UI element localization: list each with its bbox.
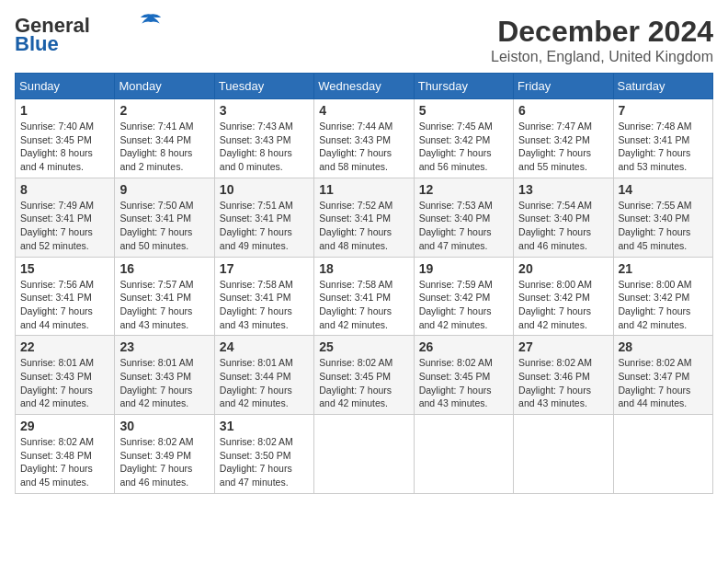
day-info: Sunrise: 7:56 AM Sunset: 3:41 PM Dayligh… bbox=[20, 278, 109, 332]
day-number: 17 bbox=[220, 261, 309, 276]
day-number: 21 bbox=[619, 261, 708, 276]
day-info: Sunrise: 7:55 AM Sunset: 3:40 PM Dayligh… bbox=[619, 199, 708, 253]
day-number: 3 bbox=[220, 103, 309, 118]
weekday-header-row: SundayMondayTuesdayWednesdayThursdayFrid… bbox=[16, 74, 713, 99]
day-number: 29 bbox=[20, 419, 109, 433]
day-number: 19 bbox=[419, 261, 508, 276]
day-number: 16 bbox=[119, 261, 209, 276]
calendar-cell: 24 Sunrise: 8:01 AM Sunset: 3:44 PM Dayl… bbox=[214, 336, 313, 415]
calendar-cell: 9 Sunrise: 7:50 AM Sunset: 3:41 PM Dayli… bbox=[115, 178, 214, 257]
calendar-week-5: 29 Sunrise: 8:02 AM Sunset: 3:48 PM Dayl… bbox=[16, 415, 713, 494]
day-number: 2 bbox=[119, 103, 209, 118]
weekday-header-thursday: Thursday bbox=[414, 74, 513, 99]
day-info: Sunrise: 7:53 AM Sunset: 3:40 PM Dayligh… bbox=[419, 199, 508, 253]
calendar-cell: 21 Sunrise: 8:00 AM Sunset: 3:42 PM Dayl… bbox=[613, 257, 712, 336]
day-number: 13 bbox=[518, 182, 608, 197]
title-section: December 2024 Leiston, England, United K… bbox=[491, 15, 713, 65]
calendar-week-3: 15 Sunrise: 7:56 AM Sunset: 3:41 PM Dayl… bbox=[16, 257, 713, 336]
calendar-week-2: 8 Sunrise: 7:49 AM Sunset: 3:41 PM Dayli… bbox=[16, 178, 713, 257]
day-info: Sunrise: 8:00 AM Sunset: 3:42 PM Dayligh… bbox=[518, 278, 608, 332]
calendar-cell: 19 Sunrise: 7:59 AM Sunset: 3:42 PM Dayl… bbox=[414, 257, 513, 336]
day-info: Sunrise: 7:47 AM Sunset: 3:42 PM Dayligh… bbox=[518, 120, 608, 174]
calendar-cell: 22 Sunrise: 8:01 AM Sunset: 3:43 PM Dayl… bbox=[16, 336, 115, 415]
day-number: 22 bbox=[20, 339, 109, 354]
calendar-cell: 25 Sunrise: 8:02 AM Sunset: 3:45 PM Dayl… bbox=[314, 336, 414, 415]
calendar-cell: 13 Sunrise: 7:54 AM Sunset: 3:40 PM Dayl… bbox=[514, 178, 613, 257]
day-info: Sunrise: 7:52 AM Sunset: 3:41 PM Dayligh… bbox=[319, 199, 408, 253]
day-number: 28 bbox=[619, 339, 708, 354]
logo-bird-icon bbox=[138, 13, 164, 31]
calendar-cell: 3 Sunrise: 7:43 AM Sunset: 3:43 PM Dayli… bbox=[214, 99, 313, 178]
weekday-header-wednesday: Wednesday bbox=[314, 74, 414, 99]
day-number: 24 bbox=[220, 339, 309, 354]
calendar-cell bbox=[314, 415, 414, 494]
calendar-cell: 11 Sunrise: 7:52 AM Sunset: 3:41 PM Dayl… bbox=[314, 178, 414, 257]
calendar-cell: 20 Sunrise: 8:00 AM Sunset: 3:42 PM Dayl… bbox=[514, 257, 613, 336]
calendar-cell: 4 Sunrise: 7:44 AM Sunset: 3:43 PM Dayli… bbox=[314, 99, 414, 178]
calendar-cell: 8 Sunrise: 7:49 AM Sunset: 3:41 PM Dayli… bbox=[16, 178, 115, 257]
calendar-cell bbox=[414, 415, 513, 494]
calendar-cell: 2 Sunrise: 7:41 AM Sunset: 3:44 PM Dayli… bbox=[115, 99, 214, 178]
calendar-cell: 1 Sunrise: 7:40 AM Sunset: 3:45 PM Dayli… bbox=[16, 99, 115, 178]
calendar-cell: 29 Sunrise: 8:02 AM Sunset: 3:48 PM Dayl… bbox=[16, 415, 115, 494]
day-info: Sunrise: 7:49 AM Sunset: 3:41 PM Dayligh… bbox=[20, 199, 109, 253]
calendar-cell: 6 Sunrise: 7:47 AM Sunset: 3:42 PM Dayli… bbox=[514, 99, 613, 178]
day-number: 23 bbox=[119, 339, 209, 354]
calendar-cell: 14 Sunrise: 7:55 AM Sunset: 3:40 PM Dayl… bbox=[613, 178, 712, 257]
weekday-header-saturday: Saturday bbox=[613, 74, 712, 99]
day-info: Sunrise: 7:59 AM Sunset: 3:42 PM Dayligh… bbox=[419, 278, 508, 332]
day-info: Sunrise: 8:01 AM Sunset: 3:43 PM Dayligh… bbox=[20, 356, 109, 410]
day-number: 1 bbox=[20, 103, 109, 118]
day-info: Sunrise: 8:02 AM Sunset: 3:49 PM Dayligh… bbox=[119, 435, 209, 489]
day-info: Sunrise: 7:50 AM Sunset: 3:41 PM Dayligh… bbox=[119, 199, 209, 253]
location-text: Leiston, England, United Kingdom bbox=[491, 49, 713, 65]
calendar-cell: 23 Sunrise: 8:01 AM Sunset: 3:43 PM Dayl… bbox=[115, 336, 214, 415]
calendar-cell: 10 Sunrise: 7:51 AM Sunset: 3:41 PM Dayl… bbox=[214, 178, 313, 257]
day-number: 8 bbox=[20, 182, 109, 197]
day-number: 6 bbox=[518, 103, 608, 118]
day-info: Sunrise: 8:02 AM Sunset: 3:46 PM Dayligh… bbox=[518, 356, 608, 410]
day-info: Sunrise: 7:44 AM Sunset: 3:43 PM Dayligh… bbox=[319, 120, 408, 174]
calendar-cell: 28 Sunrise: 8:02 AM Sunset: 3:47 PM Dayl… bbox=[613, 336, 712, 415]
month-title: December 2024 bbox=[491, 15, 713, 49]
calendar-cell: 26 Sunrise: 8:02 AM Sunset: 3:45 PM Dayl… bbox=[414, 336, 513, 415]
day-number: 27 bbox=[518, 339, 608, 354]
page-header: General Blue December 2024 Leiston, Engl… bbox=[15, 15, 713, 65]
calendar-cell: 30 Sunrise: 8:02 AM Sunset: 3:49 PM Dayl… bbox=[115, 415, 214, 494]
day-number: 25 bbox=[319, 339, 408, 354]
day-info: Sunrise: 8:02 AM Sunset: 3:50 PM Dayligh… bbox=[220, 435, 309, 489]
calendar-cell bbox=[514, 415, 613, 494]
day-info: Sunrise: 8:01 AM Sunset: 3:43 PM Dayligh… bbox=[119, 356, 209, 410]
day-info: Sunrise: 8:02 AM Sunset: 3:47 PM Dayligh… bbox=[619, 356, 708, 410]
day-number: 14 bbox=[619, 182, 708, 197]
day-info: Sunrise: 7:57 AM Sunset: 3:41 PM Dayligh… bbox=[119, 278, 209, 332]
day-info: Sunrise: 7:54 AM Sunset: 3:40 PM Dayligh… bbox=[518, 199, 608, 253]
weekday-header-monday: Monday bbox=[115, 74, 214, 99]
day-number: 5 bbox=[419, 103, 508, 118]
calendar-cell: 7 Sunrise: 7:48 AM Sunset: 3:41 PM Dayli… bbox=[613, 99, 712, 178]
calendar-table: SundayMondayTuesdayWednesdayThursdayFrid… bbox=[15, 73, 713, 494]
day-number: 7 bbox=[619, 103, 708, 118]
logo: General Blue bbox=[15, 15, 164, 55]
day-info: Sunrise: 8:00 AM Sunset: 3:42 PM Dayligh… bbox=[619, 278, 708, 332]
day-info: Sunrise: 7:45 AM Sunset: 3:42 PM Dayligh… bbox=[419, 120, 508, 174]
day-number: 30 bbox=[119, 419, 209, 433]
day-number: 20 bbox=[518, 261, 608, 276]
day-info: Sunrise: 7:58 AM Sunset: 3:41 PM Dayligh… bbox=[319, 278, 408, 332]
calendar-cell: 27 Sunrise: 8:02 AM Sunset: 3:46 PM Dayl… bbox=[514, 336, 613, 415]
calendar-cell: 31 Sunrise: 8:02 AM Sunset: 3:50 PM Dayl… bbox=[214, 415, 313, 494]
day-info: Sunrise: 8:02 AM Sunset: 3:45 PM Dayligh… bbox=[419, 356, 508, 410]
day-info: Sunrise: 8:02 AM Sunset: 3:48 PM Dayligh… bbox=[20, 435, 109, 489]
day-info: Sunrise: 8:02 AM Sunset: 3:45 PM Dayligh… bbox=[319, 356, 408, 410]
day-info: Sunrise: 7:40 AM Sunset: 3:45 PM Dayligh… bbox=[20, 120, 109, 174]
calendar-cell: 17 Sunrise: 7:58 AM Sunset: 3:41 PM Dayl… bbox=[214, 257, 313, 336]
day-number: 18 bbox=[319, 261, 408, 276]
day-number: 11 bbox=[319, 182, 408, 197]
day-number: 31 bbox=[220, 419, 309, 433]
day-number: 26 bbox=[419, 339, 508, 354]
weekday-header-friday: Friday bbox=[514, 74, 613, 99]
day-info: Sunrise: 7:48 AM Sunset: 3:41 PM Dayligh… bbox=[619, 120, 708, 174]
calendar-cell: 16 Sunrise: 7:57 AM Sunset: 3:41 PM Dayl… bbox=[115, 257, 214, 336]
day-info: Sunrise: 7:51 AM Sunset: 3:41 PM Dayligh… bbox=[220, 199, 309, 253]
day-number: 15 bbox=[20, 261, 109, 276]
